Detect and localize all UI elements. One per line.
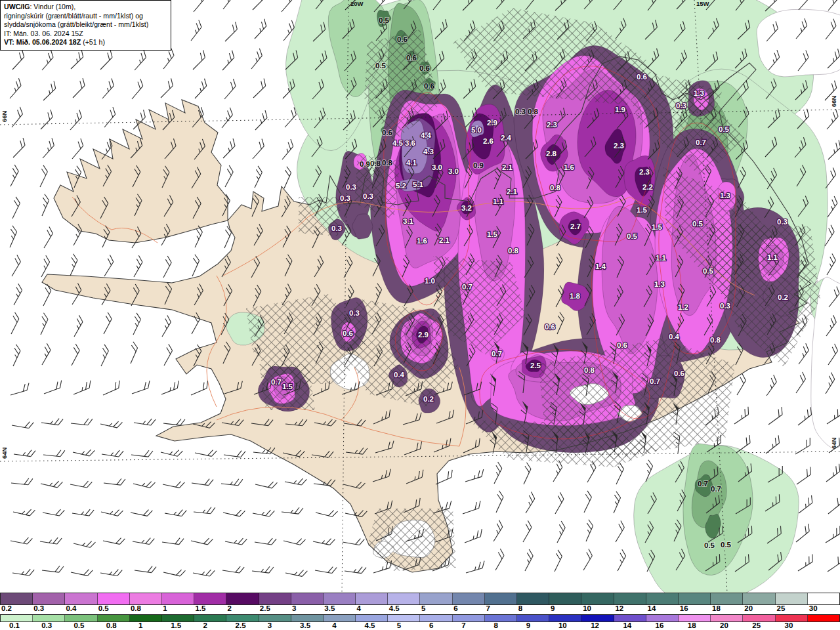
precip-value-label: 1.9 bbox=[615, 106, 625, 114]
precip-value-label: 2.5 bbox=[530, 362, 541, 369]
precip-value-label: 2.2 bbox=[642, 183, 653, 191]
precip-value-label: 2.9 bbox=[418, 331, 429, 339]
colorbar-cell bbox=[549, 593, 581, 604]
precip-value-label: 0.7 bbox=[696, 138, 706, 146]
colorbar-cell bbox=[65, 615, 97, 621]
precip-value-label: 0.4 bbox=[394, 371, 405, 379]
precip-value-label: 1.3 bbox=[720, 192, 730, 200]
colorbar-tick-label: 16 bbox=[656, 621, 664, 629]
precip-value-label: 0.3 bbox=[363, 192, 373, 200]
colorbar-tick-label: 16 bbox=[680, 604, 688, 612]
model-name: UWC/IG bbox=[4, 3, 30, 10]
precip-value-label: 0.5 bbox=[692, 220, 704, 228]
sleet-snow-colorbar-labels: 0.20.30.40.50.811.522.533.544.5567891012… bbox=[0, 605, 840, 614]
colorbar-tick-label: 0.3 bbox=[33, 604, 44, 612]
colorbar-cell bbox=[679, 593, 711, 604]
precip-value-label: 1.6 bbox=[564, 163, 574, 171]
colorbar-cell bbox=[808, 593, 839, 604]
colorbar-tick-label: 4.5 bbox=[389, 604, 400, 612]
precip-value-label: 5.2 bbox=[396, 182, 406, 190]
colorbar-tick-label: 5 bbox=[421, 604, 425, 612]
title-line-1: UWC/IG: Vindur (10m), bbox=[4, 3, 167, 12]
colorbar-cell bbox=[679, 615, 711, 621]
precip-value-label: 0.5 bbox=[375, 62, 387, 70]
precip-value-label: 0.6 bbox=[343, 329, 353, 337]
colorbar-tick-label: 0.5 bbox=[98, 604, 109, 612]
precip-value-label: 2.9 bbox=[487, 119, 497, 127]
precip-value-label: 0.3 bbox=[340, 194, 350, 202]
precip-value-label: 1.2 bbox=[678, 303, 688, 311]
precip-value-label: 1.5 bbox=[637, 206, 648, 214]
precip-value-label: 1.1 bbox=[493, 198, 504, 205]
colorbar-cell bbox=[65, 593, 97, 604]
colorbar-cell bbox=[162, 615, 194, 621]
colorbar-cell bbox=[614, 593, 646, 604]
colorbar-cell bbox=[388, 615, 420, 621]
rain-colorbar-labels: 0.10.30.50.811.522.533.544.5567891012141… bbox=[0, 622, 840, 630]
colorbar-cell bbox=[356, 593, 388, 604]
colorbar-cell bbox=[226, 593, 259, 604]
precip-value-label: 0.9 bbox=[360, 160, 370, 168]
latitude-label: 66N bbox=[1, 110, 8, 122]
precip-value-label: 4.3 bbox=[423, 148, 434, 156]
precip-value-label: 1.5 bbox=[652, 223, 663, 231]
colorbar-tick-label: 2.5 bbox=[260, 604, 270, 612]
latitude-label: 64N bbox=[830, 437, 837, 449]
precip-value-label: 3.2 bbox=[461, 204, 472, 212]
colorbar-tick-label: 10 bbox=[558, 621, 567, 629]
precip-value-label: 0.8 bbox=[382, 159, 393, 167]
colorbar-cell bbox=[259, 593, 291, 604]
colorbar-cell bbox=[194, 593, 226, 604]
precip-value-label: 0.7 bbox=[711, 485, 721, 493]
colorbar-tick-label: 5 bbox=[397, 621, 401, 629]
precip-value-label: 3.1 bbox=[403, 217, 414, 225]
colorbar-cell bbox=[33, 593, 65, 604]
colorbar-tick-label: 8 bbox=[494, 621, 497, 629]
colorbar-tick-label: 3 bbox=[268, 621, 272, 629]
title-line-3: slydda/snjókoma (grátt/bleikt/grænt - mm… bbox=[4, 20, 167, 30]
precip-value-label: 3.6 bbox=[405, 139, 415, 147]
colorbar-tick-label: 2 bbox=[203, 621, 207, 629]
colorbar-tick-label: 7 bbox=[461, 621, 465, 629]
latitude-label: 64N bbox=[1, 447, 8, 459]
colorbar-tick-label: 14 bbox=[623, 621, 631, 629]
weather-map-canvas: 20W15W66N66N64N64N4.53.64.44.34.13.03.05… bbox=[0, 0, 840, 593]
colorbar-cell bbox=[420, 615, 452, 621]
weather-map-svg: 20W15W66N66N64N64N4.53.64.44.34.13.03.05… bbox=[0, 0, 840, 593]
colorbar-cell bbox=[485, 593, 517, 604]
colorbar-tick-label: 25 bbox=[777, 604, 786, 612]
precip-value-label: 0.3 bbox=[331, 224, 342, 232]
colorbar-cell bbox=[646, 593, 679, 604]
colorbar-tick-label: 1.5 bbox=[171, 621, 181, 629]
colorbar-cell bbox=[1, 615, 33, 621]
colorbar-cell bbox=[743, 615, 775, 621]
colorbar-tick-label: 30 bbox=[785, 621, 793, 629]
precip-value-label: 1.5 bbox=[282, 383, 293, 390]
precip-value-label: 0.3 bbox=[349, 309, 360, 317]
colorbar-tick-label: 9 bbox=[551, 604, 555, 612]
precip-value-label: 0.4 bbox=[669, 333, 680, 341]
precip-value-label: 0.8 bbox=[508, 247, 519, 255]
latitude-label: 66N bbox=[830, 95, 837, 107]
longitude-label: 15W bbox=[696, 0, 709, 7]
precip-value-label: 2.7 bbox=[570, 222, 581, 230]
colorbar-tick-label: 0.8 bbox=[106, 621, 117, 629]
colorbar-tick-label: 12 bbox=[615, 604, 623, 612]
precip-value-label: 2.1 bbox=[502, 163, 513, 171]
colorbar-tick-label: 20 bbox=[744, 604, 753, 612]
precip-value-label: 2.4 bbox=[501, 134, 512, 142]
colorbar-tick-label: 6 bbox=[453, 604, 457, 612]
colorbar-tick-label: 0.1 bbox=[9, 621, 20, 629]
colorbar-cell bbox=[130, 593, 162, 604]
precip-value-label: 4.5 bbox=[392, 139, 404, 147]
precip-value-label: 2.3 bbox=[639, 168, 650, 176]
colorbar-cell bbox=[194, 615, 226, 621]
colorbar-cell bbox=[291, 593, 324, 604]
precip-value-label: 4.1 bbox=[406, 159, 417, 167]
colorbar-cell bbox=[549, 615, 581, 621]
precip-value-label: 0.5 bbox=[379, 16, 390, 24]
precip-value-label: 0.8 bbox=[710, 336, 721, 344]
colorbar-cell bbox=[162, 593, 194, 604]
precip-value-label: 0.7 bbox=[492, 350, 502, 358]
precip-value-label: 0.7 bbox=[462, 283, 472, 291]
